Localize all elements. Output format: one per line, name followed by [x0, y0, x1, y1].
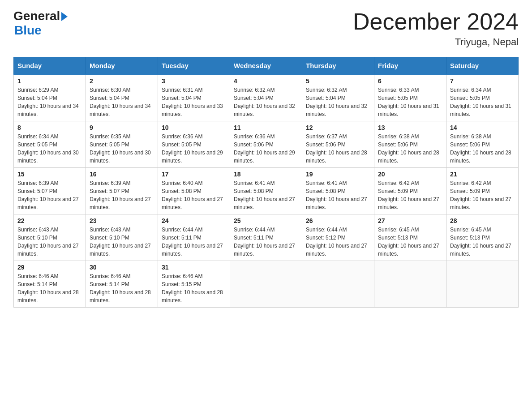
day-number: 20	[378, 171, 442, 178]
day-info: Sunrise: 6:32 AM Sunset: 5:04 PM Dayligh…	[234, 86, 298, 118]
day-info: Sunrise: 6:40 AM Sunset: 5:08 PM Dayligh…	[162, 179, 226, 211]
day-number: 24	[162, 217, 226, 224]
table-row: 20 Sunrise: 6:42 AM Sunset: 5:09 PM Dayl…	[374, 168, 446, 214]
day-number: 29	[17, 264, 82, 271]
day-info: Sunrise: 6:45 AM Sunset: 5:13 PM Dayligh…	[450, 226, 515, 258]
table-row: 1 Sunrise: 6:29 AM Sunset: 5:04 PM Dayli…	[14, 74, 86, 121]
day-info: Sunrise: 6:41 AM Sunset: 5:08 PM Dayligh…	[234, 179, 298, 211]
page-header: General Blue December 2024 Triyuga, Nepa…	[13, 9, 519, 48]
day-info: Sunrise: 6:45 AM Sunset: 5:13 PM Dayligh…	[378, 226, 442, 258]
table-row: 26 Sunrise: 6:44 AM Sunset: 5:12 PM Dayl…	[302, 214, 374, 261]
day-number: 26	[306, 217, 370, 224]
table-row: 19 Sunrise: 6:41 AM Sunset: 5:08 PM Dayl…	[302, 168, 374, 214]
table-row: 10 Sunrise: 6:36 AM Sunset: 5:05 PM Dayl…	[158, 121, 230, 168]
day-info: Sunrise: 6:36 AM Sunset: 5:05 PM Dayligh…	[162, 133, 226, 165]
day-number: 10	[162, 124, 226, 131]
day-info: Sunrise: 6:36 AM Sunset: 5:06 PM Dayligh…	[234, 133, 298, 165]
table-row: 6 Sunrise: 6:33 AM Sunset: 5:05 PM Dayli…	[374, 74, 446, 121]
day-info: Sunrise: 6:35 AM Sunset: 5:05 PM Dayligh…	[90, 133, 154, 165]
day-info: Sunrise: 6:37 AM Sunset: 5:06 PM Dayligh…	[306, 133, 370, 165]
day-info: Sunrise: 6:44 AM Sunset: 5:11 PM Dayligh…	[234, 226, 298, 258]
header-tuesday: Tuesday	[158, 57, 230, 75]
day-number: 11	[234, 124, 298, 131]
day-number: 12	[306, 124, 370, 131]
calendar-table: Sunday Monday Tuesday Wednesday Thursday…	[13, 57, 519, 308]
header-monday: Monday	[86, 57, 158, 75]
day-info: Sunrise: 6:38 AM Sunset: 5:06 PM Dayligh…	[450, 133, 515, 165]
table-row: 5 Sunrise: 6:32 AM Sunset: 5:04 PM Dayli…	[302, 74, 374, 121]
logo: General Blue	[13, 9, 68, 38]
day-info: Sunrise: 6:46 AM Sunset: 5:15 PM Dayligh…	[162, 272, 226, 304]
day-number: 5	[306, 77, 370, 85]
day-info: Sunrise: 6:31 AM Sunset: 5:04 PM Dayligh…	[162, 86, 226, 118]
day-info: Sunrise: 6:34 AM Sunset: 5:05 PM Dayligh…	[17, 133, 82, 165]
day-number: 7	[450, 77, 515, 85]
calendar-title: December 2024	[353, 9, 519, 34]
calendar-week-row: 1 Sunrise: 6:29 AM Sunset: 5:04 PM Dayli…	[14, 74, 519, 121]
day-info: Sunrise: 6:41 AM Sunset: 5:08 PM Dayligh…	[306, 179, 370, 211]
calendar-week-row: 8 Sunrise: 6:34 AM Sunset: 5:05 PM Dayli…	[14, 121, 519, 168]
calendar-week-row: 15 Sunrise: 6:39 AM Sunset: 5:07 PM Dayl…	[14, 168, 519, 214]
day-info: Sunrise: 6:39 AM Sunset: 5:07 PM Dayligh…	[17, 179, 82, 211]
day-number: 4	[234, 77, 298, 85]
day-number: 2	[90, 77, 154, 85]
table-row: 18 Sunrise: 6:41 AM Sunset: 5:08 PM Dayl…	[230, 168, 302, 214]
day-number: 6	[378, 77, 442, 85]
day-info: Sunrise: 6:34 AM Sunset: 5:05 PM Dayligh…	[450, 86, 515, 118]
calendar-week-row: 22 Sunrise: 6:43 AM Sunset: 5:10 PM Dayl…	[14, 214, 519, 261]
day-info: Sunrise: 6:43 AM Sunset: 5:10 PM Dayligh…	[90, 226, 154, 258]
day-number: 3	[162, 77, 226, 85]
day-info: Sunrise: 6:30 AM Sunset: 5:04 PM Dayligh…	[90, 86, 154, 118]
table-row: 22 Sunrise: 6:43 AM Sunset: 5:10 PM Dayl…	[14, 214, 86, 261]
header-friday: Friday	[374, 57, 446, 75]
table-row	[374, 261, 446, 308]
day-info: Sunrise: 6:46 AM Sunset: 5:14 PM Dayligh…	[90, 272, 154, 304]
table-row	[446, 261, 519, 308]
day-number: 14	[450, 124, 515, 131]
logo-arrow-icon	[61, 12, 68, 21]
day-info: Sunrise: 6:38 AM Sunset: 5:06 PM Dayligh…	[378, 133, 442, 165]
table-row: 9 Sunrise: 6:35 AM Sunset: 5:05 PM Dayli…	[86, 121, 158, 168]
day-info: Sunrise: 6:42 AM Sunset: 5:09 PM Dayligh…	[378, 179, 442, 211]
calendar-header-row: Sunday Monday Tuesday Wednesday Thursday…	[14, 57, 519, 75]
day-info: Sunrise: 6:42 AM Sunset: 5:09 PM Dayligh…	[450, 179, 515, 211]
table-row	[230, 261, 302, 308]
header-saturday: Saturday	[446, 57, 519, 75]
day-info: Sunrise: 6:44 AM Sunset: 5:12 PM Dayligh…	[306, 226, 370, 258]
header-wednesday: Wednesday	[230, 57, 302, 75]
table-row: 8 Sunrise: 6:34 AM Sunset: 5:05 PM Dayli…	[14, 121, 86, 168]
table-row: 11 Sunrise: 6:36 AM Sunset: 5:06 PM Dayl…	[230, 121, 302, 168]
day-number: 8	[17, 124, 82, 131]
day-number: 17	[162, 171, 226, 178]
day-info: Sunrise: 6:46 AM Sunset: 5:14 PM Dayligh…	[17, 272, 82, 304]
day-number: 22	[17, 217, 82, 224]
day-number: 15	[17, 171, 82, 178]
table-row: 14 Sunrise: 6:38 AM Sunset: 5:06 PM Dayl…	[446, 121, 519, 168]
table-row: 30 Sunrise: 6:46 AM Sunset: 5:14 PM Dayl…	[86, 261, 158, 308]
day-info: Sunrise: 6:32 AM Sunset: 5:04 PM Dayligh…	[306, 86, 370, 118]
logo-general: General	[13, 9, 60, 23]
day-number: 21	[450, 171, 515, 178]
day-number: 18	[234, 171, 298, 178]
day-info: Sunrise: 6:43 AM Sunset: 5:10 PM Dayligh…	[17, 226, 82, 258]
day-info: Sunrise: 6:33 AM Sunset: 5:05 PM Dayligh…	[378, 86, 442, 118]
table-row: 2 Sunrise: 6:30 AM Sunset: 5:04 PM Dayli…	[86, 74, 158, 121]
day-number: 13	[378, 124, 442, 131]
day-number: 27	[378, 217, 442, 224]
day-info: Sunrise: 6:44 AM Sunset: 5:11 PM Dayligh…	[162, 226, 226, 258]
day-number: 28	[450, 217, 515, 224]
table-row: 7 Sunrise: 6:34 AM Sunset: 5:05 PM Dayli…	[446, 74, 519, 121]
table-row: 16 Sunrise: 6:39 AM Sunset: 5:07 PM Dayl…	[86, 168, 158, 214]
day-number: 30	[90, 264, 154, 271]
table-row: 4 Sunrise: 6:32 AM Sunset: 5:04 PM Dayli…	[230, 74, 302, 121]
table-row: 27 Sunrise: 6:45 AM Sunset: 5:13 PM Dayl…	[374, 214, 446, 261]
day-number: 25	[234, 217, 298, 224]
header-thursday: Thursday	[302, 57, 374, 75]
calendar-subtitle: Triyuga, Nepal	[353, 36, 519, 48]
table-row	[302, 261, 374, 308]
table-row: 12 Sunrise: 6:37 AM Sunset: 5:06 PM Dayl…	[302, 121, 374, 168]
table-row: 24 Sunrise: 6:44 AM Sunset: 5:11 PM Dayl…	[158, 214, 230, 261]
table-row: 21 Sunrise: 6:42 AM Sunset: 5:09 PM Dayl…	[446, 168, 519, 214]
table-row: 15 Sunrise: 6:39 AM Sunset: 5:07 PM Dayl…	[14, 168, 86, 214]
table-row: 31 Sunrise: 6:46 AM Sunset: 5:15 PM Dayl…	[158, 261, 230, 308]
